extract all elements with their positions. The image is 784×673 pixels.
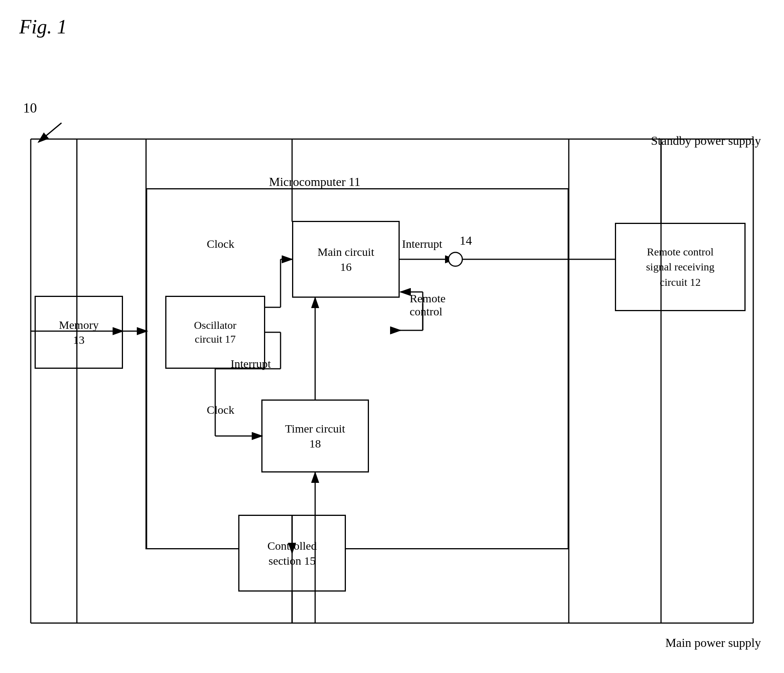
oscillator-label: Oscillator circuit 17 (194, 318, 236, 346)
timer-box: Timer circuit 18 (261, 399, 369, 472)
timer-label: Timer circuit 18 (285, 421, 345, 451)
memory-label: Memory13 (59, 317, 98, 347)
controlled-label: Controlled section 15 (267, 538, 317, 568)
standby-label: Standby power supply (651, 134, 761, 148)
main-circuit-box: Main circuit 16 (292, 221, 400, 298)
memory-box: Memory13 (35, 296, 123, 369)
clock-label-bottom: Clock (207, 403, 234, 416)
main-power-label: Main power supply (665, 636, 761, 650)
remote-control-label: Remote control (410, 292, 445, 318)
remote-rcv-label: Remote control signal receiving circuit … (646, 244, 714, 290)
clock-label-top: Clock (207, 237, 234, 250)
interrupt-label-bottom: Interrupt (231, 357, 271, 370)
microcomputer-label: Microcomputer 11 (269, 175, 360, 189)
remote-rcv-box: Remote control signal receiving circuit … (615, 223, 746, 311)
label-10: 10 (23, 100, 37, 116)
figure-title: Fig. 1 (19, 15, 67, 38)
controlled-section-box: Controlled section 15 (238, 515, 346, 592)
interrupt-label-top: Interrupt (402, 237, 442, 250)
main-circuit-label: Main circuit 16 (317, 244, 374, 274)
label-14: 14 (460, 234, 472, 248)
svg-line-6 (38, 123, 61, 142)
